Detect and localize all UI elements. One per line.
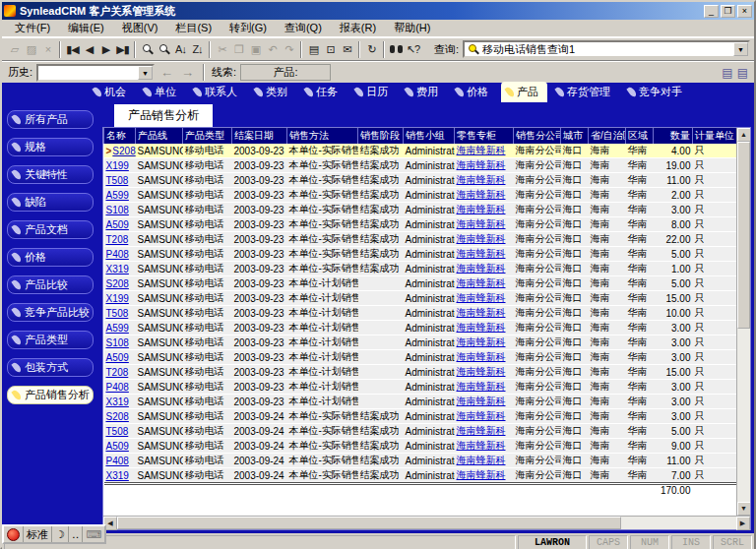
product-link[interactable]: S208 (106, 411, 129, 422)
product-link[interactable]: X199 (106, 293, 129, 304)
column-header-名称[interactable]: 名称 (104, 128, 136, 144)
search-icon[interactable] (139, 41, 156, 58)
column-header-销售分公司[interactable]: 销售分公司 (514, 128, 561, 144)
product-link[interactable]: T208 (106, 234, 129, 245)
menu-item-转到(G)[interactable]: 转到(G) (220, 19, 276, 37)
sidebar-item-缺陷[interactable]: 缺陷 (7, 193, 94, 212)
table-row[interactable]: X199SAMSUNG移动电话2003-09-23本单位-实际销售结案成功Adm… (104, 158, 736, 173)
tab-日历[interactable]: 日历 (350, 82, 397, 102)
table-row[interactable]: X319SAMSUNG移动电话2003-09-23本单位-实际销售结案成功Adm… (104, 262, 736, 276)
table-row[interactable]: S208SAMSUNG移动电话2003-09-23本单位-计划销售Adminis… (104, 276, 736, 291)
table-row[interactable]: S208SAMSUNG移动电话2003-09-24本单位-实际销售结案成功Adm… (104, 409, 736, 424)
menu-item-视图(V)[interactable]: 视图(V) (113, 19, 167, 37)
counter-link[interactable]: 海南蜂新科 (457, 248, 506, 259)
column-header-销售阶段[interactable]: 销售阶段 (358, 128, 404, 144)
sidebar-item-竞争产品比较[interactable]: 竞争产品比较 (7, 303, 94, 322)
back-icon[interactable]: ← (158, 65, 175, 80)
column-header-产品线[interactable]: 产品线 (136, 128, 183, 144)
ime-logo-icon[interactable] (4, 526, 24, 542)
last-record-icon[interactable]: ▶▮ (114, 41, 131, 58)
sidebar-item-产品类型[interactable]: 产品类型 (7, 331, 94, 349)
query-combobox[interactable]: 移动电话销售查询1 ▼ (463, 40, 750, 58)
vertical-scrollbar[interactable]: ▲ ▼ (736, 128, 750, 516)
counter-link[interactable]: 海南蜂新科 (457, 277, 506, 288)
counter-link[interactable]: 海南蜂新科 (457, 366, 506, 377)
product-link[interactable]: T208 (106, 367, 129, 378)
column-header-产品类型[interactable]: 产品类型 (183, 128, 232, 144)
close-button[interactable]: × (737, 5, 752, 18)
table-row[interactable]: S108SAMSUNG移动电话2003-09-23本单位-计划销售Adminis… (104, 336, 736, 350)
column-header-结案日期[interactable]: 结案日期 (232, 128, 287, 144)
column-header-销售方法[interactable]: 销售方法 (287, 128, 358, 144)
send-icon[interactable]: ✉ (339, 41, 355, 58)
menu-item-编辑(E)[interactable]: 编辑(E) (59, 19, 113, 37)
counter-link[interactable]: 海南蜂新科 (457, 204, 506, 214)
find-icon[interactable] (388, 41, 405, 58)
sidebar-item-价格[interactable]: 价格 (7, 248, 94, 267)
sidebar-item-规格[interactable]: 规格 (7, 138, 94, 156)
column-header-数量[interactable]: 数量 (654, 128, 693, 144)
query-dropdown-arrow-icon[interactable]: ▼ (733, 42, 748, 56)
prev-record-icon[interactable]: ◀ (81, 41, 97, 58)
counter-link[interactable]: 海南蜂新科 (457, 410, 506, 421)
sidebar-item-所有产品[interactable]: 所有产品 (7, 110, 94, 129)
counter-link[interactable]: 海南蜂新科 (457, 218, 506, 229)
product-link[interactable]: X319 (106, 396, 129, 407)
sort-desc-icon[interactable]: Z↓ (189, 41, 206, 58)
page-icon[interactable]: ▤ (722, 66, 732, 80)
table-row[interactable]: T508SAMSUNG移动电话2003-09-24本单位-实际销售结案成功Adm… (104, 424, 736, 439)
table-row[interactable]: T208SAMSUNG移动电话2003-09-23本单位-计划销售Adminis… (104, 365, 736, 380)
scroll-right-icon[interactable]: ▶ (736, 517, 750, 530)
column-header-销售小组[interactable]: 销售小组 (404, 128, 455, 144)
page-icon[interactable]: ▤ (737, 66, 748, 80)
product-link[interactable]: T508 (106, 308, 129, 319)
minimize-button[interactable]: _ (704, 5, 719, 18)
tab-联系人[interactable]: 联系人 (189, 82, 246, 102)
product-link[interactable]: P408 (106, 382, 129, 393)
column-header-区域[interactable]: 区域 (626, 128, 654, 144)
history-combobox[interactable]: ▼ (36, 64, 155, 82)
counter-link[interactable]: 海南蜂新科 (457, 455, 506, 465)
scroll-down-icon[interactable]: ▼ (737, 502, 750, 516)
tab-价格[interactable]: 价格 (451, 82, 497, 102)
column-header-计量单位[interactable]: 计量单位 (693, 128, 736, 144)
table-row[interactable]: T508SAMSUNG移动电话2003-09-23本单位-计划销售Adminis… (104, 306, 736, 321)
tab-费用[interactable]: 费用 (401, 82, 447, 102)
counter-link[interactable]: 海南蜂新科 (457, 440, 506, 451)
counter-link[interactable]: 海南蜂新科 (457, 396, 506, 406)
counter-link[interactable]: 海南蜂新科 (457, 381, 506, 392)
counter-link[interactable]: 海南蜂新科 (457, 307, 506, 318)
product-link[interactable]: S108 (106, 337, 129, 348)
table-row[interactable]: X319SAMSUNG移动电话2003-09-24本单位-实际销售结案成功Adm… (104, 468, 736, 484)
product-link[interactable]: S208 (112, 146, 135, 156)
counter-link[interactable]: 海南蜂新科 (457, 233, 506, 244)
tab-存货管理[interactable]: 存货管理 (551, 82, 619, 102)
product-link[interactable]: P408 (106, 456, 129, 466)
ime-punctuation-icon[interactable]: ‥ (69, 526, 83, 542)
print-icon[interactable]: ▤ (305, 41, 322, 58)
ime-toolbar[interactable]: 标准 ☽ ‥ ⌨ (2, 524, 106, 544)
vertical-scroll-track[interactable] (737, 329, 750, 502)
table-row[interactable]: P408SAMSUNG移动电话2003-09-23本单位-实际销售结案成功Adm… (104, 247, 736, 262)
search-form-icon[interactable] (156, 41, 172, 58)
menu-item-查询(Q)[interactable]: 查询(Q) (276, 19, 331, 37)
first-record-icon[interactable]: ▮◀ (64, 41, 81, 58)
product-link[interactable]: S108 (106, 205, 129, 215)
table-row[interactable]: >S208SAMSUNG移动电话2003-09-23本单位-实际销售结案成功Ad… (104, 144, 736, 158)
sidebar-item-产品销售分析[interactable]: 产品销售分析 (7, 386, 94, 404)
sort-asc-icon[interactable]: A↓ (172, 41, 189, 58)
product-link[interactable]: A509 (106, 219, 129, 230)
counter-link[interactable]: 海南蜂新科 (457, 425, 506, 436)
table-row[interactable]: T508SAMSUNG移动电话2003-09-23本单位-实际销售结案成功Adm… (104, 173, 736, 188)
horizontal-scrollbar[interactable]: ◀ ▶ (103, 516, 750, 529)
product-link[interactable]: P408 (106, 249, 129, 260)
table-row[interactable]: A509SAMSUNG移动电话2003-09-23本单位-实际销售结案成功Adm… (104, 217, 736, 232)
product-link[interactable]: T508 (106, 175, 129, 186)
restore-button[interactable]: ❐ (721, 5, 735, 18)
tab-单位[interactable]: 单位 (139, 82, 185, 102)
sidebar-item-产品文档[interactable]: 产品文档 (7, 220, 94, 239)
horizontal-scroll-track[interactable] (621, 517, 735, 529)
menu-item-文件(F)[interactable]: 文件(F) (6, 19, 59, 37)
menu-item-栏目(S)[interactable]: 栏目(S) (166, 19, 220, 37)
counter-link[interactable]: 海南蜂新科 (457, 263, 506, 274)
